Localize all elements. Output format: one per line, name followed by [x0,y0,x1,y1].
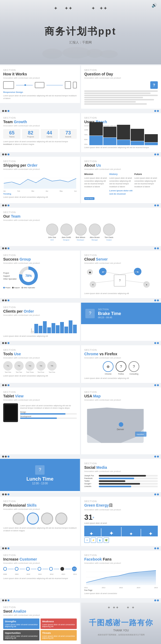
social-subtitle: Innovation with contextual rule product [84,470,158,473]
connect-line-1 [16,85,33,85]
stat-label-projects: Projects [24,136,38,138]
tools-title: Tools Use [3,352,77,356]
temperature-display: 31° [84,513,158,522]
final-birds-top: ✦ ✦✦ ✦ ✦ [81,605,161,610]
timeline-area: 2014 2008 2009 2010 2011 2012 2013 2014 [3,566,77,575]
social-label-2: Facebook [84,477,98,479]
slide-green-energy: SECTION Green Energy日 Innovation with co… [81,497,161,546]
skills-label: SECTION [3,500,77,503]
row-shipping-about: SECTION Shipping per Order Innovation wi… [0,157,161,203]
question-label: SECTION [84,69,158,71]
how-it-works-desc: Lorem ipsum dolor sit amet consectetur a… [3,94,77,100]
usa-map: Denver Houston [84,403,158,450]
member-role-2: Designer [63,239,69,241]
bar-chart [89,129,158,145]
shipping-label: SECTION [3,160,77,163]
dots-separator-9 [0,492,161,497]
tablet-subtitle: Innovation with contextual rule product [3,399,77,401]
slide-our-team: SECTION Our Team Innovation with context… [0,208,161,246]
bar-5b [145,142,158,145]
cb-4 [47,327,51,333]
usa-title: USA Map [84,394,158,398]
how-it-works-subtitle: Innovation with contextual rule product [3,77,77,79]
about-mission-title: Mission [84,173,108,176]
pb-label-2: Development [20,415,77,417]
tl-year-2008: 2008 [3,573,7,575]
slide-how-it-works: SECTION How it Works Innovation with con… [0,65,80,103]
cb-8 [64,327,68,333]
bar-group-2 [103,127,116,145]
windmill-pole-3 [141,529,141,536]
legend-dot-other [21,287,23,288]
member-role-3: Developer [77,239,84,241]
donut-percentage: 78% [22,270,35,282]
pb-2: Development [20,415,77,419]
slide-professional-skills: SECTION Professional Skills Innovation w… [0,497,80,546]
swot-label: SECTION [3,606,77,609]
about-history-text: Lorem ipsum dolor sit amet consectetur a… [109,177,133,188]
slide-chrome-firefox: SECTION Chrome vs Firefox Innovation wit… [81,345,161,383]
pb-1: Design [20,411,77,415]
facebook-subtitle: Innovation with contextual rule product [84,562,158,564]
tl-year-2012: 2012 [50,573,53,575]
temp-value: 31 [84,513,93,521]
usa-label: SECTION [84,391,158,393]
brake-icon: ? [85,309,95,318]
social-label-3: Twitter [84,480,98,482]
tool-circle-2: T2 [14,361,24,371]
slide-cloud-server: SECTION Cloud Server Innovation with con… [81,251,161,298]
tablet-view-area: Lorem ipsum dolor sit amet consectetur a… [3,403,77,422]
tl-year-2013: 2013 [61,573,65,575]
social-bar-1: Joseph Fox [84,475,158,477]
legend-support: Support [12,287,20,288]
donut-chart: 78% [19,266,38,285]
about-col-future: Future Lorem ipsum dolor sit amet consec… [134,173,158,196]
energy-title: Green Energy日 [84,503,158,508]
bar-3a [117,125,130,140]
swot-strengths-text: Lorem ipsum dolor sit amet consectetur a… [5,624,38,627]
dots-separator-1 [0,109,161,113]
dots-separator-4 [0,246,161,251]
stat-label-teams: Teams [5,136,19,138]
brake-time-content: ? SECTION Brake Time 09:23 - 09:45 [81,303,161,324]
swot-title: Swot Analize [3,609,77,613]
birds-decoration: ✦ ✦✦ ✦ ✦✦ [0,5,161,11]
legend-project: Project [3,287,10,288]
svg-line-7 [103,272,120,275]
tl-node-2008 [3,567,7,571]
chrome-label: Chrome [105,373,112,375]
bar-4a [131,129,144,141]
team-growth-desc: Lorem ipsum dolor sit amet consectetur a… [3,140,77,146]
windmill-3: ✦ [129,532,133,536]
phone-icon [73,82,77,88]
slide-success-group: SECTION Success Group Innovation with co… [0,251,80,298]
stat-label-clients: Clients [42,136,56,138]
social-bg-5 [99,486,158,487]
our-team-label: SECTION [3,211,158,214]
main-title: 商务计划书ppt [45,25,116,38]
stat-44: 44 Clients [41,129,58,139]
about-strong-text: Lorem ipsum dolor elit sed do eiusmod [109,189,133,196]
tool-3: T3 Tool Three [25,361,35,373]
legend-dot-project [3,287,5,288]
device-row [3,81,77,89]
legend-text-other: Other Specialist [24,287,35,288]
windmill-pole-2 [121,527,122,536]
tablet-screen [5,405,17,420]
tool-5: T5 Tool Five [47,361,57,373]
tool-circle-4: T4 [36,361,46,371]
dots-separator-6 [0,341,161,345]
users-reach-chart: 100%75%50%25% [84,129,158,145]
legend-dot-support [12,287,14,288]
pb-fill-2 [20,418,57,419]
slide-about-us: SECTION About Us Innovation with context… [81,157,161,203]
tl-line-3 [31,569,36,569]
timeline-row: 2014 [3,566,77,571]
tl-year-2014: 2014 [73,573,77,575]
cloud-label: SECTION [84,254,158,257]
tl-line-6 [65,569,71,569]
temp-unit: ° [93,516,94,521]
bar-2a [103,127,116,137]
dots-separator-7 [0,383,161,387]
about-us-subtitle: Innovation with contextual rule product [84,168,158,170]
